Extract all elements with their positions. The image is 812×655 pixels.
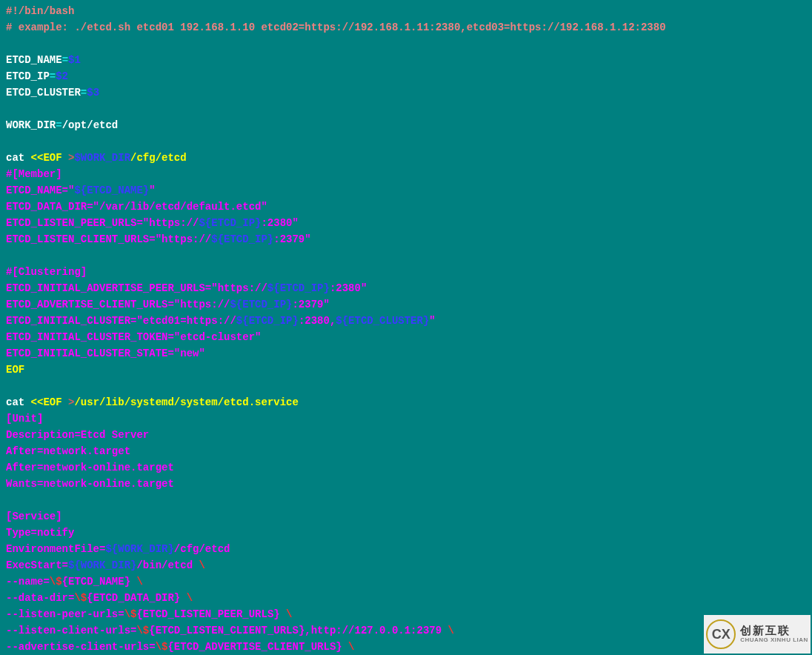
code-token: \$: [124, 608, 137, 620]
code-token: WORK_DIR: [6, 119, 56, 131]
code-line: Wants=network-online.target: [6, 476, 806, 492]
code-token: ${ETCD_IP}: [236, 315, 299, 327]
code-line: WORK_DIR=/opt/etcd: [6, 117, 806, 133]
code-line: ETCD_IP=$2: [6, 68, 806, 84]
code-token: ETCD_LISTEN_CLIENT_URLS="https://: [6, 233, 211, 245]
code-line: After=network-online.target: [6, 459, 806, 476]
code-token: ${ETCD_IP}: [211, 233, 273, 245]
code-line: [6, 101, 806, 117]
code-line: EnvironmentFile=${WORK_DIR}/cfg/etcd: [6, 541, 806, 557]
code-line: [Unit]: [6, 410, 806, 427]
code-token: <<EOF: [31, 396, 68, 408]
code-token: ${ETCD_CLUSTER}: [336, 315, 429, 327]
code-token: ETCD_DATA_DIR="/var/lib/etcd/default.etc…: [6, 201, 267, 213]
code-token: #!/bin/bash: [6, 5, 74, 17]
code-line: ETCD_INITIAL_ADVERTISE_PEER_URLS="https:…: [6, 280, 806, 296]
watermark-badge: CX 创新互联 CHUANG XINHU LIAN: [704, 615, 811, 654]
code-line: ETCD_CLUSTER=$3: [6, 84, 806, 101]
code-token: \$: [50, 576, 62, 588]
code-token: \: [448, 625, 454, 636]
code-token: <<EOF: [31, 152, 68, 164]
watermark-text-group: 创新互联 CHUANG XINHU LIAN: [740, 625, 808, 644]
code-token: ETCD_LISTEN_PEER_URLS="https://: [6, 217, 199, 229]
watermark-sub-text: CHUANG XINHU LIAN: [740, 636, 808, 644]
code-token: [Unit]: [6, 413, 43, 425]
code-line: #!/bin/bash: [6, 3, 806, 19]
code-token: =: [81, 87, 87, 99]
code-token: /usr/lib/systemd/system/etcd.service: [74, 396, 298, 408]
code-token: ": [429, 315, 435, 327]
code-line: --advertise-client-urls=\${ETCD_ADVERTIS…: [6, 639, 806, 655]
code-line: [6, 36, 806, 52]
code-token: \: [348, 641, 354, 653]
code-line: ETCD_INITIAL_CLUSTER_TOKEN="etcd-cluster…: [6, 329, 806, 345]
code-token: :2379": [273, 233, 310, 245]
code-token: ETCD_INITIAL_CLUSTER_STATE="new": [6, 348, 205, 359]
code-token: cat: [6, 396, 31, 408]
code-token: --listen-peer-urls=: [6, 608, 124, 620]
watermark-main-text: 创新互联: [740, 625, 808, 636]
code-token: \: [187, 592, 193, 604]
code-token: \$: [74, 592, 87, 604]
code-line: --data-dir=\${ETCD_DATA_DIR} \: [6, 590, 806, 606]
code-token: Type=notify: [6, 527, 74, 539]
code-token: Description=Etcd Server: [6, 429, 149, 441]
code-line: --listen-peer-urls=\${ETCD_LISTEN_PEER_U…: [6, 606, 806, 622]
code-token: EOF: [6, 364, 24, 376]
code-token: :2380,: [299, 315, 336, 327]
code-token: $3: [87, 87, 99, 99]
code-token: ${WORK_DIR}: [105, 543, 173, 555]
code-line: ETCD_INITIAL_CLUSTER_STATE="new": [6, 345, 806, 362]
code-token: ": [149, 184, 155, 196]
code-token: ETCD_INITIAL_CLUSTER_TOKEN="etcd-cluster…: [6, 331, 261, 343]
code-line: # example: ./etcd.sh etcd01 192.168.1.10…: [6, 19, 806, 36]
code-token: /cfg/etcd: [174, 543, 230, 555]
code-token: ETCD_INITIAL_CLUSTER="etcd01=https://: [6, 315, 236, 327]
code-token: Wants=network-online.target: [6, 478, 174, 490]
code-token: [Service]: [6, 511, 62, 522]
code-token: \$: [136, 625, 149, 636]
code-line: [6, 133, 806, 150]
code-token: ${ETCD_IP}: [199, 217, 261, 229]
code-token: {ETCD_LISTEN_PEER_URLS}: [136, 608, 286, 620]
code-line: [6, 247, 806, 264]
code-line: cat <<EOF >$WORK_DIR/cfg/etcd: [6, 150, 806, 166]
code-line: ETCD_DATA_DIR="/var/lib/etcd/default.etc…: [6, 199, 806, 215]
code-token: =: [50, 70, 56, 82]
code-line: [6, 492, 806, 508]
code-block: #!/bin/bash# example: ./etcd.sh etcd01 1…: [0, 0, 812, 655]
watermark-logo: CX: [706, 619, 736, 649]
code-line: #[Clustering]: [6, 264, 806, 280]
code-token: ${WORK_DIR}: [68, 559, 136, 571]
code-line: --name=\${ETCD_NAME} \: [6, 573, 806, 590]
code-token: :2380": [261, 217, 298, 229]
code-line: ETCD_LISTEN_PEER_URLS="https://${ETCD_IP…: [6, 215, 806, 231]
code-token: EnvironmentFile=: [6, 543, 105, 555]
code-token: ETCD_IP: [6, 70, 50, 82]
code-token: /cfg/etcd: [130, 152, 187, 164]
code-token: --name=: [6, 576, 50, 588]
code-token: {ETCD_ADVERTISE_CLIENT_URLS}: [167, 641, 348, 653]
code-token: $WORK_DIR: [74, 152, 130, 164]
code-token: After=network-online.target: [6, 462, 174, 473]
code-token: =: [56, 119, 61, 131]
code-line: After=network.target: [6, 443, 806, 459]
code-token: {ETCD_LISTEN_CLIENT_URLS},http://127.0.0…: [149, 625, 447, 636]
code-token: ${ETCD_IP}: [267, 282, 330, 294]
code-token: ETCD_INITIAL_ADVERTISE_PEER_URLS="https:…: [6, 282, 267, 294]
code-token: $2: [56, 70, 68, 82]
code-line: ETCD_NAME=$1: [6, 52, 806, 68]
code-line: ETCD_INITIAL_CLUSTER="etcd01=https://${E…: [6, 313, 806, 329]
code-token: $1: [68, 54, 81, 66]
code-line: [6, 378, 806, 394]
code-token: --advertise-client-urls=: [6, 641, 156, 653]
code-token: # example: ./etcd.sh etcd01 192.168.1.10…: [6, 21, 666, 33]
code-token: cat: [6, 152, 31, 164]
code-line: EOF: [6, 362, 806, 378]
code-token: /opt/etcd: [62, 119, 119, 131]
code-token: =: [62, 54, 68, 66]
code-token: \: [136, 576, 142, 588]
code-line: #[Member]: [6, 166, 806, 182]
code-line: ExecStart=${WORK_DIR}/bin/etcd \: [6, 557, 806, 573]
watermark-logo-text: CX: [712, 626, 731, 642]
